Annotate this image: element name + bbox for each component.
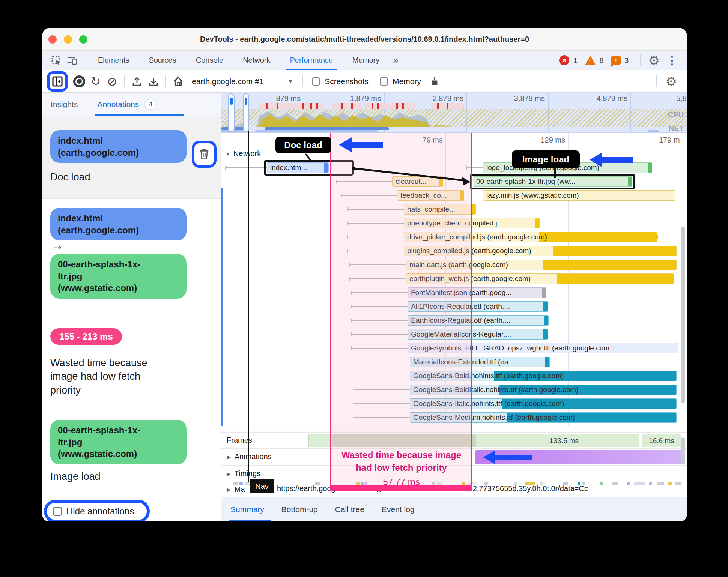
overlay-left-edge[interactable] <box>330 133 331 491</box>
request-label: GoogleSans-BoldItalic.nohints.ttf (earth… <box>410 386 578 394</box>
tab-memory[interactable]: Memory <box>343 51 389 70</box>
delete-annotation-button[interactable] <box>192 141 217 168</box>
frames-track[interactable]: Frames 133.5 ms 16.6 ms <box>221 433 687 449</box>
divider <box>165 75 166 87</box>
network-request-bar[interactable]: lazy.min.js (www.gstatic.com) <box>483 190 675 201</box>
pill-line: ltr.jpg <box>58 436 179 448</box>
pill-line: (earth.google.com) <box>58 147 179 159</box>
capture-settings-gear-icon[interactable]: ⚙ <box>660 75 682 88</box>
expand-triangle-icon[interactable]: ▶ <box>227 487 231 493</box>
overlay-right-edge[interactable] <box>471 133 472 491</box>
network-request-bar[interactable]: EarthIcons-Regular.otf (earth.... <box>408 315 549 326</box>
tab-console[interactable]: Console <box>186 51 233 70</box>
annotation-pill-splash[interactable]: 00-earth-splash-1x- ltr.jpg (www.gstatic… <box>50 254 187 299</box>
kebab-menu-icon[interactable]: ⋮ <box>663 55 681 66</box>
pill-line: (www.gstatic.com) <box>58 282 179 294</box>
network-request-bar[interactable]: MaterialIcons-Extended.ttf (ea... <box>410 357 550 367</box>
network-track-header[interactable]: ▼ Network <box>225 149 261 158</box>
annotation-pill-index[interactable]: index.html (earth.google.com) <box>50 130 187 163</box>
expand-triangle-icon[interactable]: ▶ <box>227 454 231 460</box>
clear-icon[interactable]: ⊘ <box>104 73 120 90</box>
network-request-bar[interactable]: GoogleSymbols_FILL_GRAD_opsz_wght.ttf (e… <box>408 343 678 353</box>
network-request-bar[interactable]: GoogleSans-Bold.nohints.ttf (earth.googl… <box>410 371 677 381</box>
tracks-scrollbar[interactable] <box>681 437 685 464</box>
network-request-bar[interactable]: All1PIcons-Regular.otf (earth.... <box>408 301 548 312</box>
network-request-bar[interactable]: FontManifest.json (earth.goog... <box>408 287 546 298</box>
issues-icon[interactable]: ! <box>611 56 621 65</box>
close-window-button[interactable] <box>48 35 57 44</box>
tab-performance[interactable]: Performance <box>280 51 343 70</box>
tab-elements[interactable]: Elements <box>88 51 139 70</box>
minimize-window-button[interactable] <box>64 35 72 44</box>
request-label: earthplugin_web.js (earth.google.com) <box>406 275 531 283</box>
record-icon[interactable] <box>71 73 87 90</box>
doc-load-annotation-tooltip[interactable]: Doc load <box>275 137 331 153</box>
network-request-bar[interactable]: hats_compile... <box>404 204 476 215</box>
tab-insights[interactable]: Insights <box>51 100 78 109</box>
annotation-card-doc-load[interactable]: index.html (earth.google.com) Doc load <box>42 116 221 199</box>
target-select[interactable]: earth.google.com #1 ▼ <box>192 77 293 86</box>
flamechart-tick <box>600 482 603 485</box>
network-request-bar[interactable]: earthplugin_web.js (earth.google.com) <box>406 273 674 284</box>
timings-track-label[interactable]: ▶ Timings <box>227 469 260 478</box>
expand-triangle-icon[interactable]: ▶ <box>227 471 231 477</box>
pill-line: (earth.google.com) <box>58 224 179 236</box>
memory-checkbox[interactable] <box>380 77 388 86</box>
network-request-bar[interactable]: clearcut... <box>392 176 443 187</box>
main-track-label[interactable]: ▶ Ma <box>227 485 245 494</box>
hide-annotations-checkbox[interactable] <box>53 507 62 516</box>
toggle-sidebar-icon[interactable] <box>47 71 68 92</box>
network-request-bar[interactable]: plugins_compiled.js (earth.google.com) <box>404 246 677 256</box>
request-end-cap <box>543 329 548 339</box>
divider <box>302 75 303 87</box>
overview-right-handle[interactable] <box>243 93 249 132</box>
animations-track-label[interactable]: ▶ Animations <box>227 452 272 461</box>
nav-marker-chip[interactable]: Nav <box>250 479 274 493</box>
network-request-bar[interactable]: main.dart.js (earth.google.com) <box>406 260 677 270</box>
request-main-phase <box>557 274 674 284</box>
network-request-bar[interactable]: GoogleSans-Italic.nohints.ttf (earth.goo… <box>410 398 677 409</box>
screenshots-checkbox[interactable] <box>312 77 320 86</box>
overview-left-handle[interactable] <box>228 93 235 132</box>
waterfall-scrollbar[interactable] <box>681 227 685 403</box>
console-errors-icon[interactable]: ✕ <box>559 55 569 65</box>
net-activity-segment <box>255 130 378 133</box>
more-tabs-icon[interactable]: » <box>389 51 402 70</box>
zoom-window-button[interactable] <box>79 35 87 44</box>
tab-call-tree[interactable]: Call tree <box>335 497 364 522</box>
network-request-bar[interactable]: GoogleSans-Medium.nohints.ttf (earth.goo… <box>410 412 677 423</box>
pill-line: ltr.jpg <box>58 270 179 282</box>
image-load-pointer-arrow-icon <box>590 152 633 167</box>
settings-gear-icon[interactable]: ⚙ <box>648 54 660 67</box>
save-profile-icon[interactable] <box>145 73 162 90</box>
time-range-pill[interactable]: 155 - 213 ms <box>50 328 122 345</box>
network-waterfall[interactable]: 79 ms129 ms179 m ▼ Network index.htm...l… <box>221 133 687 426</box>
network-request-bar[interactable]: drive_picker_compiled.js (earth.google.c… <box>404 232 657 242</box>
load-profile-icon[interactable] <box>129 73 145 90</box>
annotation-pill-index[interactable]: index.html (earth.google.com) <box>50 208 187 240</box>
network-request-bar[interactable]: GoogleMaterialIcons-Regular.... <box>408 329 548 340</box>
home-icon[interactable] <box>170 73 187 90</box>
tab-bottom-up[interactable]: Bottom-up <box>281 497 318 522</box>
frame-bar[interactable]: 16.6 ms <box>642 434 681 447</box>
tab-sources[interactable]: Sources <box>139 51 186 70</box>
tracks-divider[interactable]: ... <box>221 426 687 433</box>
tab-annotations[interactable]: Annotations 4 <box>97 99 157 110</box>
reload-and-record-icon[interactable]: ↻ <box>87 73 104 90</box>
frame-bar[interactable]: 133.5 ms <box>308 434 639 447</box>
tab-summary[interactable]: Summary <box>230 497 264 522</box>
hide-annotations-control[interactable]: Hide annotations <box>44 500 150 521</box>
network-request-bar[interactable]: GoogleSans-BoldItalic.nohints.ttf (earth… <box>410 385 677 395</box>
collapse-triangle-icon[interactable]: ▼ <box>225 151 230 157</box>
annotation-pill-splash[interactable]: 00-earth-splash-1x- ltr.jpg (www.gstatic… <box>50 420 187 464</box>
garbage-collect-icon[interactable] <box>426 73 443 90</box>
console-warnings-icon[interactable] <box>585 56 596 65</box>
timeline-overview[interactable]: 879 ms1,879 ms2,879 ms3,879 ms4,879 ms5,… <box>221 93 687 133</box>
network-request-bar[interactable]: feedback_co... <box>397 190 464 201</box>
device-toolbar-icon[interactable] <box>64 53 80 68</box>
request-label: EarthIcons-Regular.otf (earth.... <box>408 316 510 325</box>
tab-event-log[interactable]: Event log <box>382 497 415 522</box>
inspect-element-icon[interactable] <box>48 53 64 68</box>
tab-network[interactable]: Network <box>233 51 280 70</box>
image-load-annotation-tooltip[interactable]: Image load <box>512 150 580 168</box>
